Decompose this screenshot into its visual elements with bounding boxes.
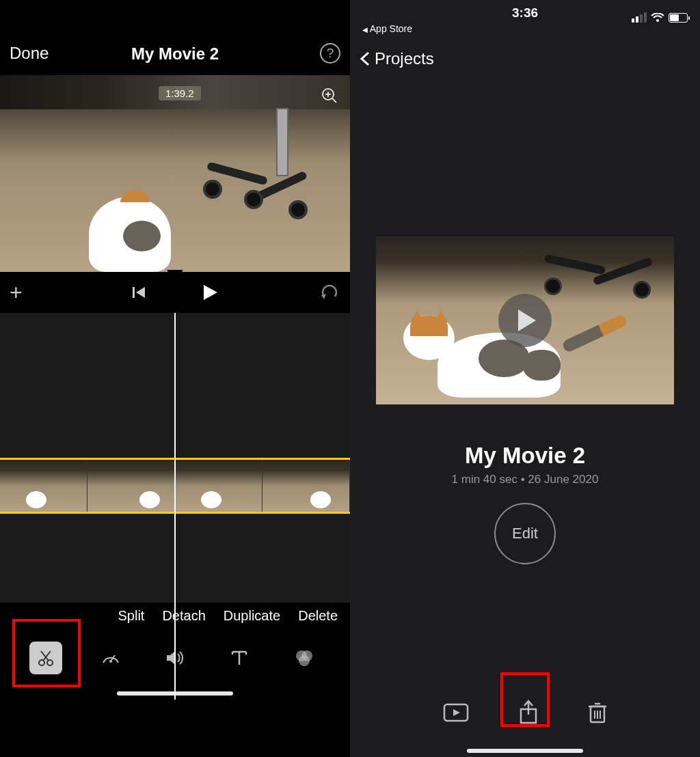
playhead-line bbox=[174, 313, 176, 700]
cut-tool-button[interactable] bbox=[29, 642, 62, 674]
svg-marker-24 bbox=[453, 709, 460, 716]
detach-button[interactable]: Detach bbox=[162, 608, 205, 624]
svg-rect-4 bbox=[133, 287, 135, 298]
svg-line-1 bbox=[332, 98, 336, 102]
share-button[interactable] bbox=[517, 700, 539, 726]
video-preview[interactable]: 1:39.2 bbox=[0, 75, 350, 272]
titles-tool-button[interactable] bbox=[223, 642, 256, 674]
undo-button[interactable] bbox=[320, 284, 339, 301]
playhead-marker bbox=[167, 270, 183, 282]
split-button[interactable]: Split bbox=[118, 608, 145, 624]
duplicate-button[interactable]: Duplicate bbox=[224, 608, 280, 624]
svg-marker-7 bbox=[321, 294, 326, 299]
delete-project-button[interactable] bbox=[587, 701, 608, 724]
add-media-button[interactable]: + bbox=[10, 280, 23, 305]
projects-label: Projects bbox=[375, 49, 434, 68]
svg-marker-6 bbox=[204, 285, 217, 300]
battery-icon bbox=[669, 13, 688, 23]
svg-point-21 bbox=[299, 655, 310, 666]
help-button[interactable]: ? bbox=[320, 43, 340, 64]
back-to-app[interactable]: App Store bbox=[362, 23, 412, 34]
status-bar: 3:36 App Store bbox=[350, 0, 700, 38]
play-button[interactable] bbox=[201, 284, 219, 301]
svg-point-22 bbox=[656, 19, 659, 22]
project-metadata: 1 min 40 sec • 26 June 2020 bbox=[350, 473, 700, 486]
timecode-label: 1:39.2 bbox=[159, 86, 201, 100]
zoom-preview-button[interactable] bbox=[320, 86, 339, 105]
svg-point-13 bbox=[109, 660, 112, 663]
play-icon bbox=[518, 309, 536, 331]
project-title: My Movie 2 bbox=[131, 44, 219, 64]
status-icons bbox=[632, 12, 688, 23]
projects-pane: 3:36 App Store Projects My Movie 2 1 min… bbox=[350, 0, 700, 757]
editor-pane: Done My Movie 2 ? 1:39.2 + bbox=[0, 0, 350, 757]
filters-tool-button[interactable] bbox=[288, 642, 321, 674]
home-indicator[interactable] bbox=[467, 749, 583, 753]
timeline[interactable]: Split Detach Duplicate Delete bbox=[0, 313, 350, 700]
speed-tool-button[interactable] bbox=[94, 642, 127, 674]
project-thumbnail[interactable] bbox=[376, 236, 674, 404]
wifi-icon bbox=[651, 13, 664, 23]
svg-marker-5 bbox=[136, 287, 145, 298]
projects-nav[interactable]: Projects bbox=[350, 38, 700, 79]
signal-icon bbox=[632, 12, 647, 23]
project-name: My Movie 2 bbox=[350, 443, 700, 469]
done-button[interactable]: Done bbox=[10, 44, 49, 63]
skip-back-button[interactable] bbox=[131, 285, 146, 300]
edit-button[interactable]: Edit bbox=[494, 503, 556, 564]
play-overlay-button[interactable] bbox=[498, 294, 552, 347]
bottom-toolbar bbox=[350, 668, 700, 757]
editor-nav: Done My Movie 2 ? bbox=[0, 0, 350, 75]
play-project-button[interactable] bbox=[442, 702, 470, 723]
delete-button[interactable]: Delete bbox=[298, 608, 338, 624]
chevron-back-icon bbox=[360, 51, 371, 67]
